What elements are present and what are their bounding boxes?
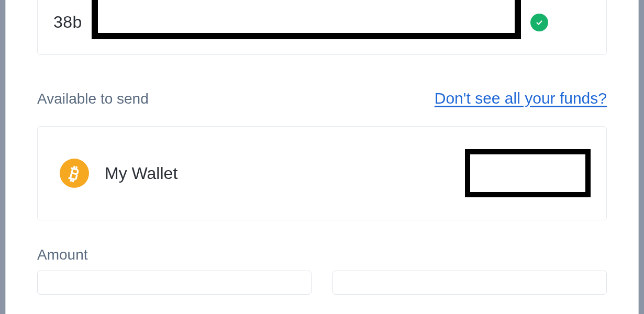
recipient-address-card[interactable]: 38b — [37, 0, 607, 55]
balance-redacted — [465, 149, 591, 197]
amount-input-primary[interactable] — [37, 271, 312, 295]
address-prefix: 38b — [53, 13, 82, 32]
funds-help-link[interactable]: Don't see all your funds? — [435, 89, 607, 107]
amount-row — [37, 271, 607, 295]
bitcoin-icon: ₿ — [60, 159, 89, 188]
wallet-name-label: My Wallet — [105, 164, 449, 183]
bitcoin-glyph: ₿ — [68, 163, 81, 183]
amount-input-secondary[interactable] — [332, 271, 607, 295]
available-label: Available to send — [37, 91, 149, 107]
check-icon — [530, 14, 548, 31]
available-section-header: Available to send Don't see all your fun… — [37, 89, 607, 107]
wallet-card[interactable]: ₿ My Wallet — [37, 126, 607, 220]
send-panel: 38b Available to send Don't see all your… — [5, 0, 639, 314]
amount-label: Amount — [37, 246, 607, 263]
address-redacted — [92, 0, 521, 39]
